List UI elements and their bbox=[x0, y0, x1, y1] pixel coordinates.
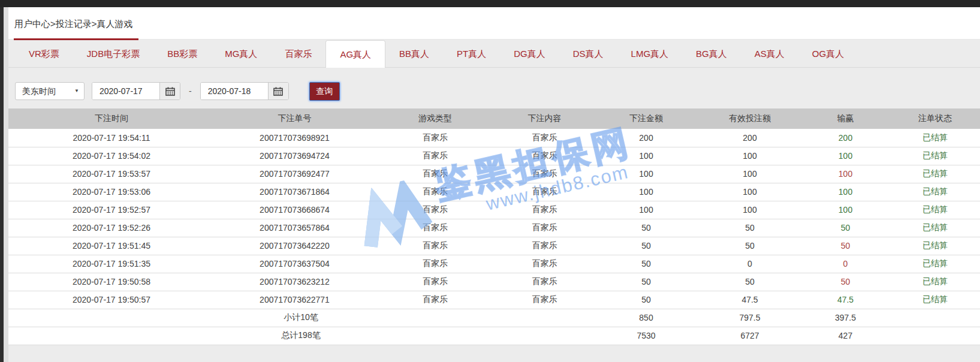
tab-AG真人[interactable]: AG真人 bbox=[325, 40, 385, 68]
cell-win-loss: 50 bbox=[801, 273, 890, 291]
chevron-down-icon: ▼ bbox=[74, 83, 79, 99]
calendar-icon bbox=[273, 87, 283, 96]
subtotal-bet-amount: 850 bbox=[593, 309, 699, 327]
col-header-bet-time: 下注时间 bbox=[8, 108, 215, 129]
cell-order-status: 已结算 bbox=[890, 219, 980, 237]
cell-game-type: 百家乐 bbox=[375, 255, 496, 273]
cell-bet-content: 百家乐 bbox=[496, 147, 593, 165]
cell-bet-time: 2020-07-17 19:54:11 bbox=[8, 129, 215, 147]
cell-win-loss: 100 bbox=[801, 147, 890, 165]
col-header-game-type: 游戏类型 bbox=[375, 108, 496, 129]
tab-JDB电子彩票[interactable]: JDB电子彩票 bbox=[73, 41, 153, 67]
tab-PT真人[interactable]: PT真人 bbox=[443, 41, 500, 67]
date-to-calendar-button[interactable] bbox=[268, 83, 288, 99]
tab-DS真人[interactable]: DS真人 bbox=[559, 41, 617, 67]
breadcrumb-active-underline bbox=[14, 38, 138, 40]
tab-BG真人[interactable]: BG真人 bbox=[682, 41, 741, 67]
browser-top-bar bbox=[0, 0, 980, 7]
cell-win-loss: 0 bbox=[801, 255, 890, 273]
cell-game-type: 百家乐 bbox=[375, 201, 496, 219]
cell-bet-content: 百家乐 bbox=[496, 237, 593, 255]
tab-MG真人[interactable]: MG真人 bbox=[211, 41, 271, 67]
col-header-bet-amount: 下注金额 bbox=[593, 108, 699, 129]
cell-bet-time: 2020-07-17 19:51:45 bbox=[8, 237, 215, 255]
cell-bet-content: 百家乐 bbox=[496, 129, 593, 147]
tab-bar: VR彩票JDB电子彩票BB彩票MG真人百家乐AG真人BB真人PT真人DG真人DS… bbox=[8, 40, 980, 68]
cell-bet-content: 百家乐 bbox=[496, 273, 593, 291]
cell-game-type: 百家乐 bbox=[375, 165, 496, 183]
col-header-bet-order: 下注单号 bbox=[215, 108, 375, 129]
cell-win-loss: 200 bbox=[801, 129, 890, 147]
tab-AS真人[interactable]: AS真人 bbox=[741, 41, 798, 67]
left-gutter bbox=[4, 7, 8, 362]
cell-bet-time: 2020-07-17 19:51:35 bbox=[8, 255, 215, 273]
cell-valid-amount: 200 bbox=[699, 129, 801, 147]
cell-bet-amount: 200 bbox=[593, 129, 699, 147]
cell-order-status: 已结算 bbox=[890, 165, 980, 183]
cell-game-type: 百家乐 bbox=[375, 273, 496, 291]
cell-bet-amount: 100 bbox=[593, 147, 699, 165]
table-row: 2020-07-17 19:50:58200717073623212百家乐百家乐… bbox=[8, 273, 980, 291]
col-header-valid-amount: 有效投注额 bbox=[699, 108, 801, 129]
cell-valid-amount: 100 bbox=[699, 165, 801, 183]
subtotal-label: 小计10笔 bbox=[8, 309, 593, 327]
cell-win-loss: 100 bbox=[801, 201, 890, 219]
cell-bet-content: 百家乐 bbox=[496, 255, 593, 273]
cell-bet-order: 200717073637504 bbox=[215, 255, 375, 273]
date-to-group bbox=[200, 82, 289, 100]
date-to-input[interactable] bbox=[201, 83, 268, 99]
cell-valid-amount: 100 bbox=[699, 147, 801, 165]
total-status-empty bbox=[890, 327, 980, 345]
cell-bet-order: 200717073698921 bbox=[215, 129, 375, 147]
table-row: 2020-07-17 19:51:45200717073642220百家乐百家乐… bbox=[8, 237, 980, 255]
cell-game-type: 百家乐 bbox=[375, 183, 496, 201]
date-range-separator: - bbox=[189, 82, 192, 100]
timezone-select[interactable]: 美东时间 ▼ bbox=[15, 82, 85, 100]
cell-bet-content: 百家乐 bbox=[496, 165, 593, 183]
cell-bet-amount: 50 bbox=[593, 237, 699, 255]
table-row: 2020-07-17 19:54:02200717073694724百家乐百家乐… bbox=[8, 147, 980, 165]
tab-BB彩票[interactable]: BB彩票 bbox=[153, 41, 211, 67]
total-row: 总计198笔75306727427 bbox=[8, 327, 980, 345]
total-valid-amount: 6727 bbox=[699, 327, 801, 345]
subtotal-valid-amount: 797.5 bbox=[699, 309, 801, 327]
tab-百家乐[interactable]: 百家乐 bbox=[271, 41, 325, 67]
cell-game-type: 百家乐 bbox=[375, 147, 496, 165]
cell-bet-time: 2020-07-17 19:54:02 bbox=[8, 147, 215, 165]
total-win-loss: 427 bbox=[801, 327, 890, 345]
cell-order-status: 已结算 bbox=[890, 201, 980, 219]
cell-order-status: 已结算 bbox=[890, 273, 980, 291]
cell-bet-amount: 50 bbox=[593, 255, 699, 273]
table-row: 2020-07-17 19:52:57200717073668674百家乐百家乐… bbox=[8, 201, 980, 219]
search-button[interactable]: 查询 bbox=[309, 82, 340, 101]
cell-order-status: 已结算 bbox=[890, 147, 980, 165]
cell-valid-amount: 50 bbox=[699, 273, 801, 291]
cell-bet-order: 200717073642220 bbox=[215, 237, 375, 255]
cell-bet-order: 200717073694724 bbox=[215, 147, 375, 165]
cell-bet-amount: 100 bbox=[593, 201, 699, 219]
subtotal-status-empty bbox=[890, 309, 980, 327]
filter-bar: 美东时间 ▼ - bbox=[8, 68, 980, 108]
timezone-select-value: 美东时间 bbox=[22, 86, 56, 96]
cell-game-type: 百家乐 bbox=[375, 129, 496, 147]
cell-bet-order: 200717073622771 bbox=[215, 291, 375, 309]
tab-OG真人[interactable]: OG真人 bbox=[798, 41, 858, 67]
table-row: 2020-07-17 19:50:57200717073622771百家乐百家乐… bbox=[8, 291, 980, 309]
date-from-input[interactable] bbox=[92, 83, 159, 99]
cell-bet-order: 200717073623212 bbox=[215, 273, 375, 291]
cell-valid-amount: 50 bbox=[699, 219, 801, 237]
tab-VR彩票[interactable]: VR彩票 bbox=[15, 41, 73, 67]
cell-bet-order: 200717073668674 bbox=[215, 201, 375, 219]
total-label: 总计198笔 bbox=[8, 327, 593, 345]
cell-bet-time: 2020-07-17 19:53:57 bbox=[8, 165, 215, 183]
cell-bet-content: 百家乐 bbox=[496, 183, 593, 201]
cell-game-type: 百家乐 bbox=[375, 219, 496, 237]
tab-LMG真人[interactable]: LMG真人 bbox=[617, 41, 683, 67]
date-from-calendar-button[interactable] bbox=[159, 83, 180, 99]
col-header-order-status: 注单状态 bbox=[890, 108, 980, 129]
tab-DG真人[interactable]: DG真人 bbox=[500, 41, 559, 67]
cell-bet-order: 200717073657864 bbox=[215, 219, 375, 237]
tab-BB真人[interactable]: BB真人 bbox=[385, 41, 443, 67]
cell-valid-amount: 50 bbox=[699, 237, 801, 255]
table-row: 2020-07-17 19:53:57200717073692477百家乐百家乐… bbox=[8, 165, 980, 183]
